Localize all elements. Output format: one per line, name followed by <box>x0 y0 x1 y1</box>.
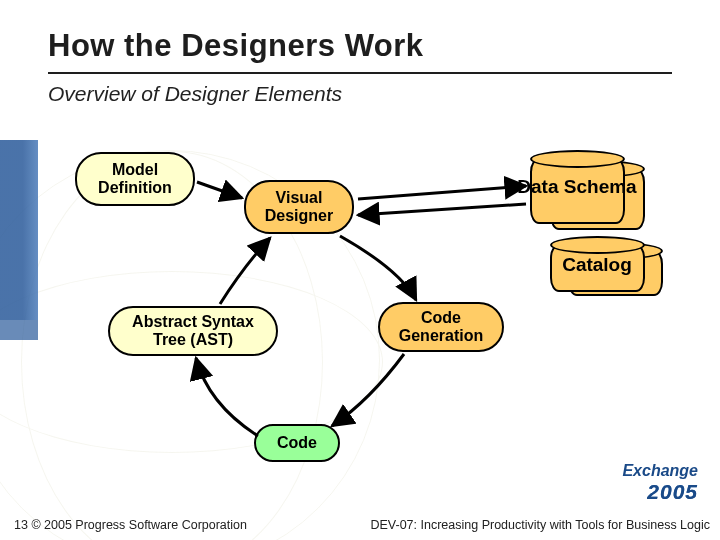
node-abstract-syntax-tree: Abstract Syntax Tree (AST) <box>108 306 278 356</box>
node-label: Visual Designer <box>265 189 333 226</box>
brand-year: 2005 <box>622 480 698 504</box>
slide-title: How the Designers Work <box>48 28 424 64</box>
node-label: Code <box>277 434 317 452</box>
side-accent-bar <box>0 140 38 320</box>
cylinder-data-schema: Data Schema <box>530 150 640 230</box>
node-model-definition: Model Definition <box>75 152 195 206</box>
session-code: DEV-07: Increasing Productivity with Too… <box>370 518 710 532</box>
svg-line-1 <box>358 186 526 199</box>
slide-number: 13 <box>14 518 28 532</box>
svg-line-2 <box>358 204 526 215</box>
cylinder-label: Data Schema <box>517 176 636 198</box>
node-code-generation: Code Generation <box>378 302 504 352</box>
cylinder-catalog: Catalog <box>550 240 660 300</box>
brand-logo: Exchange 2005 <box>622 462 698 504</box>
node-visual-designer: Visual Designer <box>244 180 354 234</box>
brand-name: Exchange <box>622 462 698 480</box>
node-code: Code <box>254 424 340 462</box>
title-underline <box>48 72 672 74</box>
slide-subtitle: Overview of Designer Elements <box>48 82 342 106</box>
cylinder-label: Catalog <box>562 254 632 276</box>
footer-right: DEV-07: Increasing Productivity with Too… <box>370 518 710 532</box>
svg-line-0 <box>197 182 242 198</box>
copyright: © 2005 Progress Software Corporation <box>31 518 247 532</box>
node-label: Model Definition <box>98 161 172 198</box>
node-label: Abstract Syntax Tree (AST) <box>132 313 254 350</box>
node-label: Code Generation <box>399 309 483 346</box>
footer-left: 13 © 2005 Progress Software Corporation <box>14 518 247 532</box>
side-accent-bar-bottom <box>0 320 38 340</box>
